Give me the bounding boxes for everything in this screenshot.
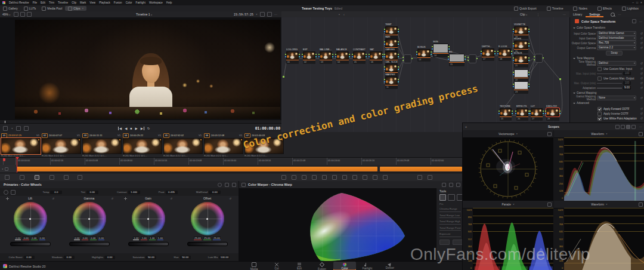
menu-clip[interactable]: Clip — [72, 1, 76, 4]
reset-icon[interactable]: ↺ — [229, 197, 231, 200]
track-header[interactable]: ∨ — [0, 165, 17, 173]
color-boost-param[interactable]: Color Boost0.00 — [9, 256, 35, 259]
shadows-param[interactable]: Shadows0.00 — [52, 256, 75, 259]
node-bonus-21[interactable]: BONUS21 — [514, 55, 528, 68]
layout-quad-icon[interactable] — [626, 125, 630, 129]
gain-master-wheel[interactable] — [128, 242, 169, 246]
page-tab-fairlight[interactable]: Fairlight — [356, 262, 379, 270]
color-viewer[interactable] — [0, 17, 281, 119]
viewer-more-icon[interactable]: ⋯ — [274, 13, 277, 16]
split-view-icon[interactable] — [20, 12, 25, 17]
highlight-icon[interactable] — [267, 12, 272, 17]
unmix-tool-icon[interactable] — [5, 175, 10, 180]
palette-window-icon[interactable] — [322, 175, 327, 180]
page-tab-color[interactable]: Color — [333, 262, 356, 270]
auto-balance-icon[interactable] — [218, 183, 222, 187]
single-view-icon[interactable] — [27, 12, 32, 17]
section-color-space-transform[interactable]: Color Space Transform — [573, 26, 605, 29]
reset-icon[interactable]: ↺ — [640, 112, 643, 115]
layer-mixer-node[interactable] — [469, 54, 476, 63]
reset-icon[interactable]: ↺ — [640, 67, 643, 70]
node-texture[interactable]: TEXTURE25 — [500, 108, 512, 121]
menu-trim[interactable]: Trim — [49, 1, 54, 4]
palette-stereo-icon[interactable] — [383, 175, 388, 180]
panel-mode-icon[interactable] — [225, 183, 229, 187]
zoom-tool-icon[interactable] — [49, 175, 54, 180]
palette-magic-mask-icon[interactable] — [342, 175, 347, 180]
selection-tool-icon[interactable] — [35, 175, 39, 180]
node-exp[interactable]: EXP02 — [303, 51, 315, 64]
input-gamma-select[interactable]: DaVinci Intermediate — [597, 36, 636, 41]
tonal-range-pivot-slider[interactable]: Tonal Range Pivot — [439, 226, 463, 231]
exposure-slider[interactable]: Exposure — [439, 232, 463, 237]
contrast-param[interactable]: Contrast1.000 — [117, 191, 140, 194]
section-advanced[interactable]: Advanced — [573, 102, 589, 105]
reset-icon[interactable]: ↺ — [640, 96, 643, 100]
node-bonus-13[interactable]: BONUS13 — [417, 49, 431, 62]
go-to-last-frame-button[interactable]: ▶ — [141, 127, 144, 130]
chevron-down-icon[interactable]: ∨ — [256, 13, 258, 16]
node-highs[interactable]: HIGHS20 — [514, 41, 528, 53]
mid-detail-param[interactable]: Mid/Detail0.00 — [196, 191, 221, 194]
clips-button[interactable]: Clips∨ — [65, 6, 86, 11]
viewer-zoom-select[interactable]: 49%∨ — [2, 13, 11, 16]
node-warper[interactable]: WARPER11 — [385, 76, 398, 89]
nodes-button[interactable]: Nodes — [570, 6, 590, 11]
node-depth[interactable]: DEPTH...17 — [482, 48, 494, 61]
media-pool-button[interactable]: Media Pool — [39, 6, 65, 11]
palette-sizing-icon[interactable] — [373, 175, 377, 180]
quick-export-button[interactable]: Quick Export — [511, 6, 540, 11]
hue-param[interactable]: Hue50.00 — [174, 256, 191, 259]
page-tab-media[interactable]: Media — [243, 262, 265, 270]
warper-grid-icon[interactable] — [242, 183, 246, 187]
node-page-chevron-icon[interactable]: ‹ — [343, 13, 345, 16]
tonal-range-low-slider[interactable]: Tonal Range Low — [439, 214, 463, 219]
chevron-down-icon[interactable]: ∨ — [11, 127, 13, 130]
output-color-space-select[interactable]: Rec.709 — [597, 41, 636, 45]
play-reverse-button[interactable]: ◀ — [125, 127, 127, 130]
reset-icon[interactable]: ↺ — [640, 72, 643, 75]
effect-enable-toggle[interactable] — [575, 19, 579, 23]
timeline-clip-segment[interactable] — [17, 167, 377, 171]
clip-item-03[interactable]: 0324:00:11:11V1 H.265 Main 4:2:2 10 L... — [82, 133, 122, 158]
page-tab-fusion[interactable]: Fusion — [311, 262, 333, 270]
node-bal-line[interactable]: BAL LINE...03 — [320, 51, 332, 64]
input-color-space-select[interactable]: DaVinci Wide Gamut — [597, 31, 636, 36]
reset-icon[interactable]: ↺ — [640, 81, 643, 85]
node-menu-icon[interactable]: ⋮ — [537, 13, 540, 16]
gamut-mapping-method-select[interactable]: None — [597, 96, 636, 100]
node-lut[interactable]: LUT27 — [531, 108, 543, 121]
gallery-button[interactable]: Gallery — [0, 6, 21, 11]
node-contrast[interactable]: CONTRAST05 — [353, 51, 366, 64]
menu-edit[interactable]: Edit — [41, 1, 45, 4]
search-icon[interactable] — [611, 13, 615, 17]
node-22[interactable]: 22 — [514, 69, 528, 82]
max-output-slider[interactable] — [597, 83, 622, 84]
menu-file[interactable]: File — [33, 1, 37, 4]
minimize-icon[interactable]: – — [632, 1, 634, 4]
reset-icon[interactable]: ↺ — [640, 86, 643, 90]
go-to-first-frame-button[interactable]: ◀ — [118, 127, 122, 130]
reset-icon[interactable]: ↺ — [640, 41, 643, 45]
snap-icon[interactable] — [449, 183, 453, 187]
warp-tool-icon[interactable] — [439, 194, 446, 201]
palette-qualifier-icon[interactable] — [312, 175, 317, 180]
lift-master-wheel[interactable] — [10, 242, 51, 246]
clip-item-06[interactable]: 0624:03:12:08V1 H.265 Main 4:2:2 10 L... — [204, 133, 243, 158]
timeline-marker[interactable] — [3, 158, 5, 161]
maximize-icon[interactable]: □ — [636, 1, 638, 4]
menu-davinci-resolve[interactable]: DaVinci Resolve — [9, 1, 29, 4]
wipe-toggle-icon[interactable] — [417, 175, 422, 180]
snapshot-icon[interactable] — [16, 126, 21, 131]
lightbox-button[interactable]: Lightbox — [619, 6, 642, 11]
section-tone-mapping[interactable]: Tone Mapping — [573, 57, 594, 60]
chroma-range-slider[interactable]: Chroma Range — [439, 207, 463, 212]
node-bg[interactable]: BG15 — [449, 54, 465, 66]
layout-single-icon[interactable] — [615, 125, 620, 129]
menu-view[interactable]: View — [89, 1, 95, 4]
timeline-ruler[interactable]: 01:00:00:00 01:00:02:16 01:00:05:08 01:0… — [0, 157, 462, 165]
offset-wheel[interactable] — [191, 202, 224, 235]
menu-fairlight[interactable]: Fairlight — [136, 1, 145, 4]
node-log-orig[interactable]: LOG-ORIG01 — [286, 51, 299, 64]
reset-icon[interactable]: ↺ — [640, 116, 643, 120]
